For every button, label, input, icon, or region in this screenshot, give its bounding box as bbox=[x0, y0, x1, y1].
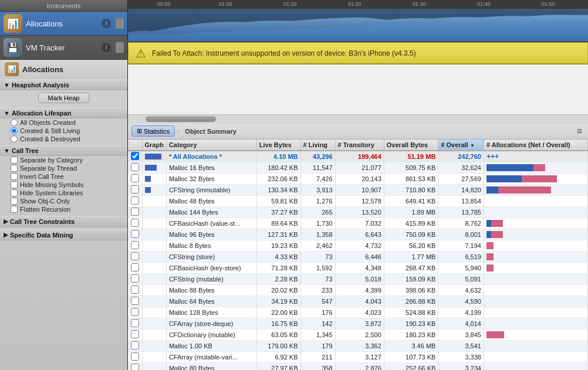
table-row[interactable]: CFString (store)4.33 KB736,4461.77 MB6,5… bbox=[128, 252, 588, 263]
table-row[interactable]: Malloc 96 Bytes127.31 KB1,3586,643750.09… bbox=[128, 229, 588, 240]
row-checkbox[interactable] bbox=[131, 230, 139, 238]
th-category[interactable]: Category bbox=[166, 140, 256, 151]
sidebar-item-invert-call-tree[interactable]: Invert Call Tree bbox=[0, 172, 127, 181]
sidebar-item-still-living[interactable]: Created & Still Living bbox=[0, 127, 127, 135]
heapshot-section-header[interactable]: ▼ Heapshot Analysis bbox=[0, 80, 127, 90]
sidebar-item-hide-system[interactable]: Hide System Libraries bbox=[0, 189, 127, 197]
row-checkbox[interactable] bbox=[131, 219, 139, 227]
row-checkbox[interactable] bbox=[131, 286, 139, 294]
overall-count-cell: 4,590 bbox=[438, 296, 484, 307]
invert-call-tree-checkbox[interactable] bbox=[11, 173, 18, 180]
show-objc-checkbox[interactable] bbox=[11, 198, 18, 205]
th-living[interactable]: # Living bbox=[300, 140, 335, 151]
table-row[interactable]: Malloc 64 Bytes34.19 KB5474,043286.88 KB… bbox=[128, 296, 588, 307]
sidebar-item-hide-missing[interactable]: Hide Missing Symbols bbox=[0, 181, 127, 189]
table-container[interactable]: Graph Category Live Bytes # Living # Tra… bbox=[128, 140, 588, 370]
table-row[interactable]: Malloc 16 Bytes180.42 KB11,54721,077509.… bbox=[128, 162, 588, 174]
scrollbar-thumb[interactable] bbox=[146, 116, 216, 122]
allocations-info-icon[interactable]: i bbox=[102, 19, 111, 28]
sidebar-item-created-destroyed[interactable]: Created & Destroyed bbox=[0, 135, 127, 143]
th-overall-bytes[interactable]: Overall Bytes bbox=[384, 140, 438, 151]
statistics-tab[interactable]: ⊞ Statistics bbox=[131, 125, 175, 137]
row-checkbox[interactable] bbox=[131, 308, 139, 316]
live-bytes-cell: 71.28 KB bbox=[256, 263, 300, 274]
row-checkbox[interactable] bbox=[131, 364, 139, 370]
table-row[interactable]: CFString (immutable)130.34 KB3,91310,907… bbox=[128, 185, 588, 196]
transitory-cell: 4,348 bbox=[335, 263, 384, 274]
sep-thread-checkbox[interactable] bbox=[11, 165, 18, 172]
row-checkbox[interactable] bbox=[131, 319, 139, 327]
transitory-cell: 4,732 bbox=[335, 240, 384, 252]
toolbar-menu-icon[interactable]: ≡ bbox=[575, 126, 584, 137]
table-row[interactable]: Malloc 128 Bytes22.00 KB1764,023524.88 K… bbox=[128, 307, 588, 318]
th-graph[interactable]: Graph bbox=[142, 140, 166, 151]
created-destroyed-radio[interactable] bbox=[11, 135, 18, 142]
row-checkbox[interactable] bbox=[131, 185, 139, 194]
table-row[interactable]: Malloc 80 Bytes27.97 KB3582,876252.66 KB… bbox=[128, 363, 588, 371]
table-row[interactable]: Malloc 1.00 KB179.00 KB1793,3623.46 MB3,… bbox=[128, 341, 588, 352]
table-row[interactable]: CFBasicHash (value-st...89.64 KB1,7307,0… bbox=[128, 218, 588, 229]
th-overall[interactable]: # Overall ▼ bbox=[438, 140, 484, 151]
row-checkbox[interactable] bbox=[131, 341, 139, 349]
table-row[interactable]: Malloc 32 Bytes232.06 KB7,42620,143861.5… bbox=[128, 174, 588, 185]
sidebar-item-flatten[interactable]: Flatten Recursion bbox=[0, 205, 127, 213]
vm-device-icon bbox=[116, 42, 124, 53]
specific-data-mining-section: ▶ Specific Data Mining bbox=[0, 228, 127, 242]
horizontal-scrollbar[interactable] bbox=[128, 114, 588, 123]
th-checkbox[interactable] bbox=[128, 140, 142, 151]
graph-cell bbox=[142, 151, 166, 162]
instrument-row-allocations[interactable]: 📊 Allocations i bbox=[0, 12, 127, 36]
row-checkbox[interactable] bbox=[131, 330, 139, 338]
bottom-toolbar: ⊞ Statistics › Object Summary ≡ bbox=[128, 123, 588, 140]
table-row[interactable]: * All Allocations *4.10 MB43,296199,4645… bbox=[128, 151, 588, 162]
table-row[interactable]: Malloc 8 Bytes19.23 KB2,4624,73256.20 KB… bbox=[128, 240, 588, 252]
still-living-radio[interactable] bbox=[11, 127, 18, 134]
table-header-row: Graph Category Live Bytes # Living # Tra… bbox=[128, 140, 588, 151]
call-tree-section-header[interactable]: ▼ Call Tree bbox=[0, 145, 127, 156]
vm-tracker-info-icon[interactable]: i bbox=[102, 43, 111, 52]
row-checkbox[interactable] bbox=[131, 263, 139, 271]
table-row[interactable]: Malloc 144 Bytes37.27 KB26513,5201.89 MB… bbox=[128, 207, 588, 218]
sep-category-checkbox[interactable] bbox=[11, 157, 18, 164]
table-row[interactable]: CFBasicHash (key-store)71.28 KB1,5924,34… bbox=[128, 263, 588, 274]
instrument-row-vm-tracker[interactable]: 💾 VM Tracker i bbox=[0, 36, 127, 60]
live-bytes-cell: 130.34 KB bbox=[256, 185, 300, 196]
table-row[interactable]: CFString (mutable)2.28 KB735,018159.09 K… bbox=[128, 274, 588, 285]
row-checkbox[interactable] bbox=[131, 152, 139, 160]
hide-missing-checkbox[interactable] bbox=[11, 181, 18, 188]
ruler-tick-4: 01:20 bbox=[348, 1, 361, 7]
sidebar-item-all-objects[interactable]: All Objects Created bbox=[0, 118, 127, 127]
row-checkbox[interactable] bbox=[131, 174, 139, 182]
table-row[interactable]: Malloc 48 Bytes59.81 KB1,27612,578649.41… bbox=[128, 196, 588, 207]
table-row[interactable]: CFDictionary (mutable)63.05 KB1,3452,500… bbox=[128, 330, 588, 341]
alloc-bar-cell bbox=[484, 330, 587, 341]
th-live-bytes[interactable]: Live Bytes bbox=[256, 140, 300, 151]
all-objects-radio[interactable] bbox=[11, 119, 18, 126]
table-row[interactable]: CFArray (store-deque)16.75 KB1423,872190… bbox=[128, 318, 588, 330]
mark-heap-button[interactable]: Mark Heap bbox=[38, 93, 90, 103]
row-checkbox[interactable] bbox=[131, 252, 139, 260]
row-checkbox[interactable] bbox=[131, 297, 139, 305]
row-checkbox[interactable] bbox=[131, 241, 139, 249]
lifespan-section-header[interactable]: ▼ Allocation Lifespan bbox=[0, 108, 127, 118]
flatten-checkbox[interactable] bbox=[11, 206, 18, 213]
sidebar-item-sep-thread[interactable]: Separate by Thread bbox=[0, 164, 127, 172]
row-checkbox[interactable] bbox=[131, 352, 139, 361]
row-checkbox[interactable] bbox=[131, 274, 139, 283]
category-cell: CFString (mutable) bbox=[166, 274, 256, 285]
call-tree-constraints-header[interactable]: ▶ Call Tree Constraints bbox=[0, 216, 127, 227]
sidebar-item-show-objc[interactable]: Show Obj-C Only bbox=[0, 197, 127, 205]
object-summary-breadcrumb[interactable]: Object Summary bbox=[181, 127, 239, 136]
hide-system-checkbox[interactable] bbox=[11, 189, 18, 196]
table-row[interactable]: CFArray (mutable-vari...6.92 KB2113,1271… bbox=[128, 352, 588, 363]
row-checkbox[interactable] bbox=[131, 163, 139, 171]
overall-count-cell: 5,940 bbox=[438, 263, 484, 274]
row-checkbox[interactable] bbox=[131, 196, 139, 205]
specific-data-mining-header[interactable]: ▶ Specific Data Mining bbox=[0, 229, 127, 240]
th-transitory[interactable]: # Transitory bbox=[335, 140, 384, 151]
th-alloc-net[interactable]: # Allocations (Net / Overall) bbox=[484, 140, 587, 151]
table-row[interactable]: Malloc 88 Bytes20.02 KB2334,399398.06 KB… bbox=[128, 285, 588, 296]
vm-tracker-instrument-icon: 💾 bbox=[4, 38, 22, 57]
row-checkbox[interactable] bbox=[131, 208, 139, 216]
sidebar-item-sep-category[interactable]: Separate by Category bbox=[0, 156, 127, 164]
